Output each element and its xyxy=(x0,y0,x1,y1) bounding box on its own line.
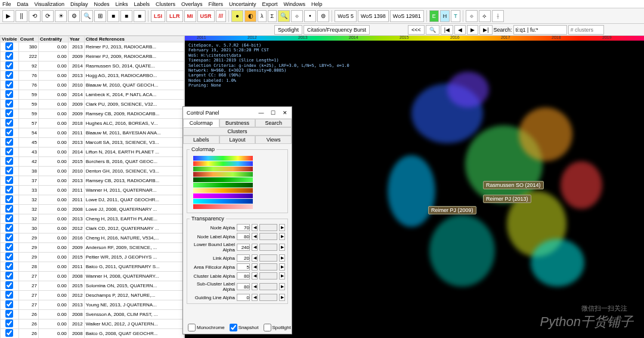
tool-btn-6[interactable]: 🔍 xyxy=(81,10,93,22)
menu-data[interactable]: Data xyxy=(17,1,29,7)
visible-checkbox[interactable] xyxy=(5,205,13,213)
tool-mi[interactable]: MI xyxy=(184,10,196,22)
slider-inc[interactable]: ▶ xyxy=(279,263,285,271)
visible-checkbox[interactable] xyxy=(5,128,13,136)
tool-sigma[interactable]: Σ xyxy=(268,10,277,22)
colormap-swatches[interactable] xyxy=(193,156,281,209)
table-row[interactable]: 320.002011Lowe DJ, 2011, QUAT GEOCHR... xyxy=(1,195,184,205)
col-cited-references[interactable]: Cited References xyxy=(84,36,184,42)
slider-track[interactable] xyxy=(259,263,277,271)
slider-inc[interactable]: ▶ xyxy=(279,244,285,251)
slider-dec[interactable]: ◀ xyxy=(252,263,258,271)
control-panel-titlebar[interactable]: Control Panel — ☐ ✕ xyxy=(183,107,292,119)
citation-burst-button[interactable]: Citation/Frequency Burst xyxy=(304,25,370,35)
tab-views[interactable]: Views xyxy=(255,136,292,144)
slider-dec[interactable]: ◀ xyxy=(252,224,258,231)
table-row[interactable]: 380.002010Denton GH, 2010, SCIENCE, V3..… xyxy=(1,167,184,176)
table-row[interactable]: 270.002008Wanner H, 2008, QUATERNARY... xyxy=(1,272,184,281)
slider-value[interactable] xyxy=(237,294,250,301)
tool-dot-yellow[interactable]: ● xyxy=(231,10,243,22)
table-row[interactable]: 760.002013Hogg AG, 2013, RADIOCARBO... xyxy=(1,71,184,81)
node-label[interactable]: Rasmussen SO (2014) xyxy=(483,181,544,189)
visible-checkbox[interactable] xyxy=(5,176,13,184)
visible-checkbox[interactable] xyxy=(5,300,13,308)
table-row[interactable]: 3800.002013Reimer PJ, 2013, RADIOCARB... xyxy=(1,42,184,52)
first-button[interactable]: |◀ xyxy=(441,25,453,35)
visible-checkbox[interactable] xyxy=(5,167,13,174)
visible-checkbox[interactable] xyxy=(5,272,13,279)
visible-checkbox[interactable] xyxy=(5,243,13,251)
tool-magnify[interactable]: 🔍 xyxy=(278,10,290,22)
menu-uncertainty[interactable]: Uncertainty xyxy=(229,1,256,7)
slider-value[interactable] xyxy=(237,233,250,240)
menu-nodes[interactable]: Nodes xyxy=(94,1,109,7)
maximize-icon[interactable]: ☐ xyxy=(270,110,276,116)
table-row[interactable]: 260.002012Walker MJC, 2012, J QUATERN... xyxy=(1,319,184,329)
visible-checkbox[interactable] xyxy=(5,310,13,318)
table-row[interactable]: 320.002008Lowe JJ, 2008, QUATERNARY ... xyxy=(1,205,184,214)
table-row[interactable]: 290.002015Peltier WR, 2015, J GEOPHYS ..… xyxy=(1,253,184,262)
visible-checkbox[interactable] xyxy=(5,233,13,241)
menu-display[interactable]: Display xyxy=(70,1,88,7)
slider-track[interactable] xyxy=(259,283,277,290)
visible-checkbox[interactable] xyxy=(5,62,13,69)
tool-btn-3[interactable]: ⟳ xyxy=(42,10,54,22)
visible-checkbox[interactable] xyxy=(5,52,13,60)
table-row[interactable]: 290.002009Anderson RF, 2009, SCIENCE, ..… xyxy=(1,243,184,253)
col-year[interactable]: Year xyxy=(68,36,84,42)
table-row[interactable]: 450.002013Marcott SA, 2013, SCIENCE, V3.… xyxy=(1,138,184,148)
slider-track[interactable] xyxy=(259,272,277,279)
visible-checkbox[interactable] xyxy=(5,138,13,146)
slider-value[interactable] xyxy=(237,224,250,231)
slider-dec[interactable]: ◀ xyxy=(252,294,258,301)
menu-clusters[interactable]: Clusters xyxy=(156,1,175,7)
menu-filters[interactable]: Filters xyxy=(209,1,224,7)
tool-letter-h[interactable]: H xyxy=(440,10,450,22)
visible-checkbox[interactable] xyxy=(5,281,13,289)
tool-halfcircle[interactable]: ◐ xyxy=(244,10,256,22)
slider-inc[interactable]: ▶ xyxy=(279,283,285,290)
menu-visualization[interactable]: Visualization xyxy=(35,1,64,7)
tool-wos-5[interactable]: WoS 5 xyxy=(335,10,357,22)
table-row[interactable]: 320.002013Cheng H, 2013, EARTH PLANE... xyxy=(1,214,184,224)
control-panel-window[interactable]: Control Panel — ☐ ✕ ColormapBurstnessSea… xyxy=(182,106,292,334)
visible-checkbox[interactable] xyxy=(5,319,13,327)
menu-file[interactable]: File xyxy=(2,1,11,7)
slider-track[interactable] xyxy=(259,233,277,240)
slider-dec[interactable]: ◀ xyxy=(252,244,258,251)
slider-value[interactable] xyxy=(237,272,250,279)
table-row[interactable]: 260.002008Balco G, 2008, QUAT GEOCHR... xyxy=(1,329,184,339)
slider-dec[interactable]: ◀ xyxy=(252,254,258,262)
tool-llr[interactable]: LLR xyxy=(166,10,183,22)
tool-btn-9[interactable]: ■ xyxy=(120,10,132,22)
slider-dec[interactable]: ◀ xyxy=(252,272,258,279)
last-button[interactable]: ▶| xyxy=(479,25,492,35)
back-button[interactable]: <<< xyxy=(408,25,425,35)
table-row[interactable]: 420.002015Borchers B, 2016, QUAT GEOC... xyxy=(1,157,184,167)
col-centrality[interactable]: Centrality xyxy=(38,36,68,42)
visible-checkbox[interactable] xyxy=(5,186,13,193)
tool-usr[interactable]: USR xyxy=(197,10,215,22)
table-row[interactable]: 540.002011Blaauw M, 2011, BAYESIAN ANA..… xyxy=(1,128,184,138)
table-row[interactable]: 280.002011Balco G, 2011, QUATERNARY S... xyxy=(1,262,184,272)
table-row[interactable]: 290.002016Cheng H, 2016, NATURE, V534,..… xyxy=(1,233,184,243)
tool-lsi[interactable]: LSI xyxy=(151,10,165,22)
tool-btn-0[interactable]: ▶ xyxy=(2,10,14,22)
visible-checkbox[interactable] xyxy=(5,148,13,155)
tool-btn-8[interactable]: ■ xyxy=(107,10,119,22)
slider-inc[interactable]: ▶ xyxy=(279,254,285,262)
visible-checkbox[interactable] xyxy=(5,329,13,337)
close-icon[interactable]: ✕ xyxy=(282,110,288,116)
visible-checkbox[interactable] xyxy=(5,119,13,127)
menu-overlays[interactable]: Overlays xyxy=(181,1,203,7)
menu-help[interactable]: Help xyxy=(311,1,323,7)
table-row[interactable]: 260.002008Svensson A, 2008, CLIM PAST, .… xyxy=(1,310,184,319)
prev-button[interactable]: ◀ xyxy=(454,25,466,35)
menu-export[interactable]: Export xyxy=(262,1,278,7)
col-count[interactable]: Count xyxy=(18,36,38,42)
tool-btn-4[interactable]: ☀ xyxy=(55,10,67,22)
table-row[interactable]: 300.002012Clark CD, 2012, QUATERNARY ... xyxy=(1,224,184,233)
table-row[interactable]: 590.002009Ramsey CB, 2009, RADIOCARB... xyxy=(1,109,184,119)
visible-checkbox[interactable] xyxy=(5,195,13,203)
tool-right-1[interactable]: ⟡ xyxy=(479,10,491,22)
